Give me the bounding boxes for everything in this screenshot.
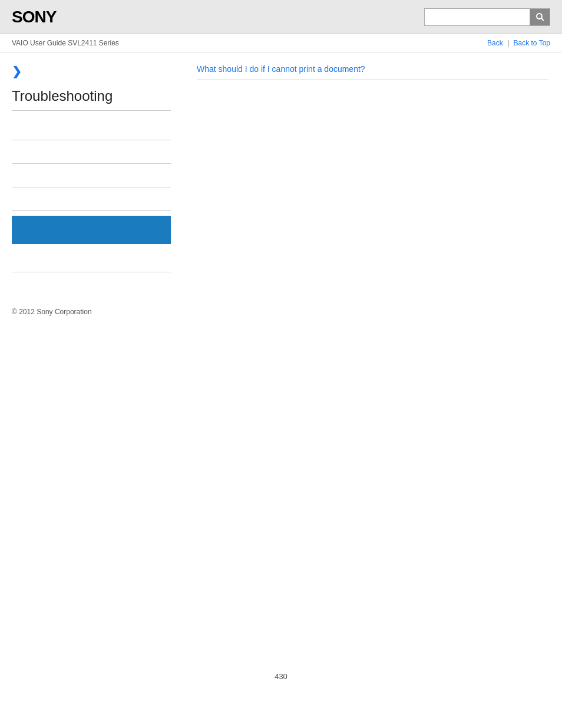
list-item[interactable] bbox=[12, 249, 171, 272]
header: SONY bbox=[0, 0, 562, 34]
sidebar: ❯ Troubleshooting bbox=[0, 52, 183, 284]
content-area: What should I do if I cannot print a doc… bbox=[183, 52, 562, 284]
list-item[interactable] bbox=[12, 140, 171, 164]
search-button[interactable] bbox=[530, 8, 550, 26]
breadcrumb: VAIO User Guide SVL2411 Series bbox=[12, 39, 119, 47]
footer: © 2012 Sony Corporation bbox=[0, 296, 562, 328]
search-area bbox=[424, 8, 550, 26]
svg-point-0 bbox=[537, 14, 542, 19]
list-item[interactable] bbox=[12, 187, 171, 211]
nav-bar: VAIO User Guide SVL2411 Series Back | Ba… bbox=[0, 34, 562, 52]
chevron-icon: ❯ bbox=[12, 64, 171, 78]
list-item[interactable] bbox=[12, 164, 171, 187]
nav-links: Back | Back to Top bbox=[487, 39, 550, 47]
list-item[interactable] bbox=[12, 117, 171, 140]
nav-separator: | bbox=[507, 39, 509, 47]
page-number: 430 bbox=[263, 660, 299, 693]
search-icon bbox=[535, 12, 545, 22]
sidebar-title: Troubleshooting bbox=[12, 88, 171, 111]
back-link[interactable]: Back bbox=[487, 39, 503, 47]
back-to-top-link[interactable]: Back to Top bbox=[514, 39, 550, 47]
copyright-text: © 2012 Sony Corporation bbox=[12, 308, 92, 316]
search-input[interactable] bbox=[424, 8, 530, 26]
sony-logo: SONY bbox=[12, 8, 56, 27]
svg-line-1 bbox=[541, 18, 544, 21]
main-content: ❯ Troubleshooting What should I do if I … bbox=[0, 52, 562, 284]
sidebar-highlight-item[interactable] bbox=[12, 216, 171, 244]
content-link[interactable]: What should I do if I cannot print a doc… bbox=[197, 64, 548, 80]
